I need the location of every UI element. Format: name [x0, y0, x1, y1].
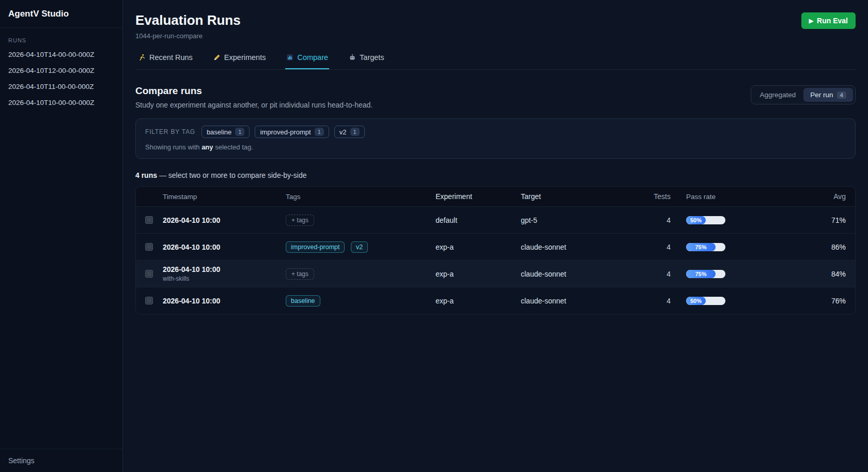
row-checkbox[interactable] — [145, 216, 153, 224]
tag-count-badge: 1 — [235, 128, 244, 136]
compare-subtitle: Study one experiment against another, or… — [135, 101, 373, 109]
run-target: claude-sonnet — [521, 293, 641, 309]
tag-count-badge: 1 — [350, 128, 360, 136]
tab-compare[interactable]: Compare — [285, 53, 329, 69]
page-title: Evaluation Runs — [135, 12, 241, 28]
view-option-aggregated[interactable]: Aggregated — [753, 88, 803, 102]
settings-link[interactable]: Settings — [0, 449, 122, 472]
tab-targets[interactable]: Targets — [348, 53, 385, 69]
run-experiment: exp-a — [436, 293, 521, 309]
run-tag-chip: v2 — [351, 241, 368, 253]
run-target: gpt-5 — [521, 212, 641, 229]
run-timestamp: 2026-04-10 10:00 — [163, 216, 286, 224]
run-tests: 4 — [641, 293, 673, 309]
compare-title: Compare runs — [135, 85, 373, 97]
runs-table: Timestamp Tags Experiment Target Tests P… — [135, 186, 856, 314]
tag-name: improved-prompt — [260, 128, 311, 136]
sidebar: AgentV Studio RUNS 2026-04-10T14-00-00-0… — [0, 0, 123, 472]
runs-section-label: RUNS — [0, 28, 122, 47]
tab-label: Recent Runs — [149, 53, 193, 62]
run-sublabel: with-skills — [163, 275, 286, 282]
sidebar-run-item[interactable]: 2026-04-10T14-00-00-000Z — [0, 47, 122, 63]
col-experiment: Experiment — [436, 188, 521, 205]
per-run-count-badge: 4 — [837, 92, 846, 99]
col-timestamp: Timestamp — [163, 189, 286, 205]
filter-tag-improved-prompt[interactable]: improved-prompt 1 — [255, 126, 329, 138]
run-timestamp: 2026-04-10 10:00 — [163, 265, 286, 273]
run-timestamp: 2026-04-10 10:00 — [163, 243, 286, 251]
bar-chart-icon — [286, 54, 293, 61]
runs-list: 2026-04-10T14-00-00-000Z 2026-04-10T12-0… — [0, 47, 122, 449]
runner-icon — [138, 54, 146, 61]
run-experiment: exp-a — [436, 266, 521, 282]
app-title: AgentV Studio — [0, 0, 122, 28]
table-header-row: Timestamp Tags Experiment Target Tests P… — [136, 187, 855, 206]
filter-tag-baseline[interactable]: baseline 1 — [202, 126, 250, 138]
play-icon: ▶ — [809, 18, 813, 24]
pass-rate-bar: 75% — [686, 243, 725, 251]
run-target: claude-sonnet — [521, 266, 641, 282]
run-target: claude-sonnet — [521, 239, 641, 255]
page-header: Evaluation Runs 1044-per-run-compare ▶ R… — [135, 12, 856, 40]
tag-name: baseline — [207, 128, 231, 136]
tab-experiments[interactable]: Experiments — [212, 53, 267, 69]
page-subtitle: 1044-per-run-compare — [135, 32, 241, 40]
run-tests: 4 — [641, 239, 673, 255]
tab-label: Targets — [360, 53, 384, 62]
pass-rate-bar: 50% — [686, 216, 725, 224]
run-avg: 84% — [762, 266, 855, 282]
table-row: 2026-04-10 10:00 + tags default gpt-5 4 … — [136, 206, 855, 233]
col-target: Target — [521, 188, 641, 205]
per-run-label: Per run — [810, 91, 833, 99]
col-pass-rate: Pass rate — [673, 189, 762, 205]
view-toggle: Aggregated Per run 4 — [751, 85, 856, 104]
pass-rate-label: 50% — [690, 217, 702, 223]
run-avg: 86% — [762, 239, 855, 255]
tag-count-badge: 1 — [315, 128, 324, 136]
sidebar-run-item[interactable]: 2026-04-10T12-00-00-000Z — [0, 63, 122, 79]
runs-summary: 4 runs — select two or more to compare s… — [135, 171, 856, 179]
run-eval-button[interactable]: ▶ Run Eval — [801, 12, 856, 29]
tag-filter-card: FILTER BY TAG baseline 1 improved-prompt… — [135, 118, 856, 159]
pass-rate-label: 50% — [690, 298, 702, 304]
run-tag-chip: baseline — [286, 295, 320, 307]
view-option-per-run[interactable]: Per run 4 — [803, 88, 853, 102]
run-avg: 76% — [762, 293, 855, 309]
compare-section-header: Compare runs Study one experiment agains… — [135, 85, 856, 109]
filter-label: FILTER BY TAG — [145, 128, 195, 135]
tab-label: Compare — [297, 53, 328, 62]
robot-icon — [349, 54, 356, 61]
tab-recent-runs[interactable]: Recent Runs — [137, 53, 194, 69]
pencil-icon — [213, 54, 221, 61]
run-experiment: default — [436, 212, 521, 229]
run-tests: 4 — [641, 212, 673, 229]
run-tag-chip: improved-prompt — [286, 241, 345, 253]
col-tests: Tests — [641, 188, 673, 205]
filter-tag-v2[interactable]: v2 1 — [334, 126, 365, 138]
run-eval-label: Run Eval — [817, 17, 848, 25]
row-checkbox[interactable] — [145, 243, 153, 251]
run-experiment: exp-a — [436, 239, 521, 255]
add-tags-button[interactable]: + tags — [286, 215, 314, 226]
run-avg: 71% — [762, 212, 855, 229]
row-checkbox[interactable] — [145, 297, 153, 304]
pass-rate-label: 75% — [695, 244, 706, 250]
sidebar-run-item[interactable]: 2026-04-10T10-00-00-000Z — [0, 95, 122, 111]
pass-rate-bar: 75% — [686, 270, 725, 278]
table-row: 2026-04-10 10:00 baseline exp-a claude-s… — [136, 287, 855, 314]
tab-label: Experiments — [224, 53, 266, 62]
col-tags: Tags — [286, 189, 436, 205]
main-content: Evaluation Runs 1044-per-run-compare ▶ R… — [123, 0, 868, 472]
run-timestamp: 2026-04-10 10:00 — [163, 297, 286, 305]
row-checkbox[interactable] — [145, 270, 153, 278]
pass-rate-bar: 50% — [686, 297, 725, 305]
filter-hint: Showing runs with any selected tag. — [145, 143, 846, 151]
tab-bar: Recent Runs Experiments Compare Targets — [135, 53, 856, 70]
tag-name: v2 — [339, 128, 347, 136]
table-row: 2026-04-10 10:00 with-skills + tags exp-… — [136, 260, 855, 287]
col-avg: Avg — [762, 188, 855, 205]
sidebar-run-item[interactable]: 2026-04-10T11-00-00-000Z — [0, 79, 122, 95]
add-tags-button[interactable]: + tags — [286, 268, 314, 280]
table-row: 2026-04-10 10:00 improved-prompt v2 exp-… — [136, 233, 855, 260]
run-tests: 4 — [641, 266, 673, 282]
